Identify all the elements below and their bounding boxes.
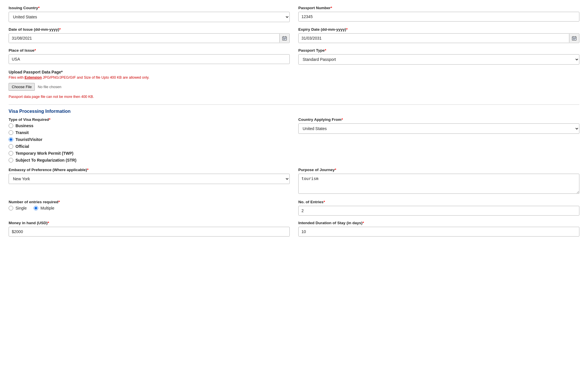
visa-type-business[interactable]: Business: [9, 123, 290, 128]
file-name-display: No file chosen: [38, 85, 61, 89]
svg-rect-17: [574, 39, 575, 40]
radio-twp[interactable]: [9, 151, 13, 156]
svg-rect-8: [284, 39, 285, 40]
expiry-date-wrapper: [298, 33, 579, 43]
svg-rect-6: [285, 38, 286, 39]
expiry-date-label: Expiry Date (dd-mm-yyyy)*: [298, 27, 579, 32]
purpose-label: Purpose of Journey*: [298, 168, 579, 172]
country-applying-label: Country Applying From*: [298, 117, 579, 122]
money-label: Money in hand (USD)*: [9, 221, 290, 225]
passport-number-label: Passport Number*: [298, 6, 579, 10]
expiry-date-calendar-button[interactable]: [569, 34, 579, 42]
section-divider: [9, 104, 579, 105]
radio-business[interactable]: [9, 123, 13, 128]
embassy-label: Embassy of Preference (Where applicable)…: [9, 168, 290, 172]
visa-type-str[interactable]: Subject To Regularization (STR): [9, 158, 290, 162]
date-of-issue-calendar-button[interactable]: [279, 34, 289, 42]
visa-type-official[interactable]: Official: [9, 144, 290, 149]
radio-single[interactable]: [9, 206, 13, 210]
date-of-issue-input[interactable]: [9, 34, 279, 43]
calendar-icon: [282, 36, 287, 41]
date-of-issue-label: Date of Issue (dd-mm-yyyy)*: [9, 27, 290, 32]
issuing-country-select[interactable]: United States Canada United Kingdom: [9, 12, 290, 22]
visa-type-label: Type of Visa Required*: [9, 117, 290, 122]
choose-file-button[interactable]: Choose File: [9, 83, 35, 91]
visa-type-tourist[interactable]: Tourist/Visitor: [9, 137, 290, 142]
visa-section-title: Visa Processing Information: [9, 109, 579, 114]
svg-rect-15: [575, 38, 576, 39]
svg-rect-4: [283, 38, 284, 39]
passport-type-label: Passport Type*: [298, 48, 579, 53]
file-input-row: Choose File No file chosen: [9, 83, 579, 91]
svg-rect-13: [573, 38, 574, 39]
money-input[interactable]: [9, 227, 290, 237]
entries-multiple[interactable]: Multiple: [34, 206, 54, 210]
entries-single[interactable]: Single: [9, 206, 27, 210]
duration-label: Intended Duration of Stay (in days)*: [298, 221, 579, 225]
duration-input[interactable]: [298, 227, 579, 237]
passport-type-select[interactable]: Standard Passport Official Passport Dipl…: [298, 54, 579, 65]
visa-type-transit[interactable]: Transit: [9, 130, 290, 135]
svg-rect-5: [284, 38, 285, 39]
passport-number-input[interactable]: [298, 12, 579, 22]
no-of-entries-label: No. of Entries*: [298, 200, 579, 204]
radio-transit[interactable]: [9, 130, 13, 135]
embassy-select[interactable]: New York Los Angeles Chicago Washington …: [9, 174, 290, 184]
required-star: *: [38, 6, 40, 10]
expiry-date-input[interactable]: [299, 34, 569, 43]
place-of-issue-input[interactable]: [9, 54, 290, 64]
country-applying-select[interactable]: United States Canada United Kingdom: [298, 123, 579, 134]
entries-radio-row: Single Multiple: [9, 206, 290, 210]
radio-tourist[interactable]: [9, 137, 13, 142]
no-of-entries-input[interactable]: [298, 206, 579, 216]
svg-rect-7: [283, 39, 284, 40]
date-of-issue-wrapper: [9, 33, 290, 43]
visa-type-twp[interactable]: Temporary Work Permit (TWP): [9, 151, 290, 156]
svg-rect-16: [573, 39, 574, 40]
place-of-issue-label: Place of Issue*: [9, 48, 290, 53]
radio-str[interactable]: [9, 158, 13, 162]
entries-required-label: Number of entries required*: [9, 200, 290, 204]
upload-note: Files with Extension JPG/PNG/JPEG/GIF an…: [9, 75, 579, 80]
radio-multiple[interactable]: [34, 206, 38, 210]
purpose-textarea[interactable]: tourism: [298, 174, 579, 194]
issuing-country-label: Issuing Country*: [9, 6, 290, 10]
upload-label: Upload Passport Data Page: [9, 70, 61, 74]
visa-type-radio-group: Business Transit Tourist/Visitor Officia…: [9, 123, 290, 162]
radio-official[interactable]: [9, 144, 13, 149]
calendar-icon: [572, 36, 577, 41]
file-error-text: Passport data page file can not be more …: [9, 95, 579, 99]
svg-rect-14: [574, 38, 575, 39]
